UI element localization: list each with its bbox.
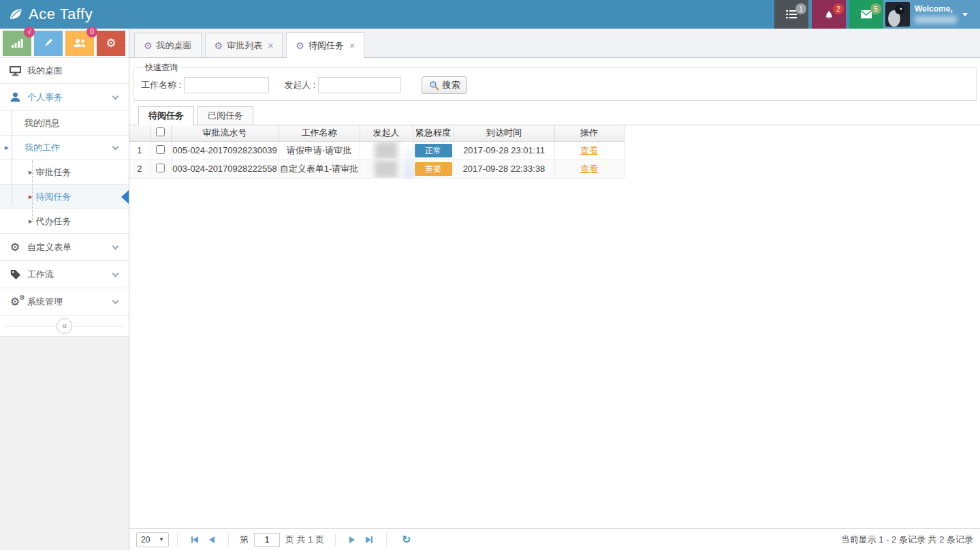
close-icon[interactable]: × — [349, 40, 355, 51]
table-row[interactable]: 1 005-024-20170928230039 请假申请-请审批 正常 201… — [129, 141, 624, 159]
sidebar-item-label: 审批任务 — [36, 166, 72, 179]
tab-my-desktop[interactable]: ⚙ 我的桌面 — [134, 33, 202, 57]
tasks-badge: 1 — [795, 3, 806, 14]
table-header-row: 审批流水号 工作名称 发起人 紧急程度 到达时间 操作 — [129, 125, 624, 141]
last-page-button[interactable] — [366, 536, 373, 543]
select-all-checkbox[interactable] — [156, 127, 165, 136]
subtab-label: 已阅任务 — [208, 110, 243, 121]
sidebar-item-label: 待阅任务 — [36, 191, 72, 203]
urgency-cell: 正常 — [413, 141, 454, 159]
cogs-icon: ⚙ — [106, 37, 116, 49]
column-header-serial[interactable]: 审批流水号 — [171, 125, 279, 141]
sidebar-shortcuts: √ 0 ⚙ — [0, 29, 129, 58]
first-page-button[interactable] — [191, 536, 198, 543]
sidebar-item-my-messages[interactable]: 我的消息 — [0, 111, 129, 136]
monitor-icon — [8, 65, 22, 76]
tab-label: 待阅任务 — [309, 40, 344, 52]
sidebar-collapse-button[interactable]: « — [57, 318, 72, 334]
tasks-button[interactable]: 1 — [774, 0, 808, 29]
window-tabbar: ⚙ 我的桌面 ⚙ 审批列表 × ⚙ 待阅任务 × — [129, 29, 980, 58]
redacted-name — [375, 142, 398, 159]
column-header-actions[interactable]: 操作 — [554, 125, 624, 141]
page-number-input[interactable] — [254, 533, 280, 547]
select-all-header[interactable] — [150, 125, 171, 141]
sidebar-filler — [0, 336, 129, 550]
user-avatar — [885, 2, 910, 27]
active-item-marker — [121, 190, 129, 204]
row-checkbox[interactable] — [156, 145, 165, 154]
sidebar-item-system-management[interactable]: ⚙⚙ 系统管理 — [0, 288, 129, 316]
sidebar-item-todo-tasks[interactable]: ▸ 代办任务 — [0, 209, 129, 234]
search-button[interactable]: 搜索 — [422, 76, 467, 94]
sidebar-item-custom-forms[interactable]: ⚙ 自定义表单 — [0, 234, 129, 261]
prev-page-button[interactable] — [209, 536, 215, 543]
user-icon — [8, 91, 22, 103]
sidebar-item-label: 代办任务 — [36, 215, 72, 228]
gear-icon: ⚙ — [8, 242, 22, 253]
user-texts: Welcome, — [915, 5, 957, 24]
sidebar-item-label: 我的消息 — [25, 117, 60, 129]
serial-cell: 003-024-20170928222558 — [171, 159, 279, 178]
refresh-icon[interactable]: ↻ — [402, 533, 411, 546]
work-name-label: 工作名称 : — [141, 79, 181, 91]
chevron-down-icon — [112, 297, 119, 304]
initiator-label: 发起人 : — [284, 79, 315, 91]
edit-shortcut-button[interactable] — [34, 31, 63, 56]
arrival-time-cell: 2017-09-28 22:33:38 — [454, 159, 554, 178]
notifications-button[interactable]: 2 — [812, 0, 846, 29]
divider — [335, 534, 336, 546]
urgency-badge: 正常 — [415, 144, 452, 157]
sidebar-item-label: 自定义表单 — [27, 241, 72, 254]
column-header-work-name[interactable]: 工作名称 — [279, 125, 360, 141]
close-icon[interactable]: × — [268, 40, 273, 51]
stats-shortcut-button[interactable]: √ — [3, 31, 31, 56]
app-root: Ace Taffy 1 2 — [0, 0, 980, 550]
subtab-already-read[interactable]: 已阅任务 — [197, 106, 253, 125]
view-link[interactable]: 查看 — [580, 145, 598, 155]
chevron-down-icon — [112, 270, 119, 277]
brand-logo[interactable]: Ace Taffy — [0, 5, 93, 23]
next-page-button[interactable] — [349, 536, 355, 543]
tab-pending-read-tasks[interactable]: ⚙ 待阅任务 × — [286, 32, 364, 58]
quick-search-panel: 快速查询 工作名称 : 发起人 : 搜索 — [133, 62, 977, 101]
page-suffix-label: 页 共 1 页 — [285, 534, 324, 546]
users-icon — [73, 37, 86, 48]
sidebar-item-label: 我的工作 — [25, 142, 60, 154]
sidebar-item-my-work[interactable]: ▸ 我的工作 — [0, 136, 129, 160]
row-number: 2 — [129, 159, 150, 178]
sidebar-menu: 我的桌面 个人事务 我的消息 ▸ 我的工作 — [0, 58, 129, 316]
sidebar-item-personal-affairs[interactable]: 个人事务 — [0, 84, 129, 111]
notifications-badge: 2 — [833, 3, 844, 14]
sidebar-item-approval-tasks[interactable]: ▸ 审批任务 — [0, 160, 129, 185]
column-header-initiator[interactable]: 发起人 — [360, 125, 413, 141]
settings-shortcut-button[interactable]: ⚙ — [97, 31, 125, 56]
page-prefix-label: 第 — [240, 534, 249, 546]
subtab-pending-read[interactable]: 待阅任务 — [138, 106, 194, 125]
tab-gear-icon: ⚙ — [296, 41, 304, 50]
arrival-time-cell: 2017-09-28 23:01:11 — [454, 141, 554, 159]
initiator-cell — [360, 159, 413, 178]
chevron-down-icon — [112, 143, 119, 150]
users-shortcut-button[interactable]: 0 — [65, 31, 94, 56]
pencil-icon — [42, 37, 54, 49]
tab-gear-icon: ⚙ — [215, 41, 223, 50]
user-menu[interactable]: Welcome, — [883, 0, 980, 29]
initiator-input[interactable] — [318, 77, 401, 93]
username-redacted — [915, 16, 957, 24]
column-header-arrival-time[interactable]: 到达时间 — [454, 125, 554, 141]
messages-button[interactable]: 5 — [849, 0, 883, 29]
table-row[interactable]: 2 003-024-20170928222558 自定义表单1-请审批 重要 2… — [129, 159, 624, 178]
tab-gear-icon: ⚙ — [144, 41, 153, 50]
work-name-input[interactable] — [184, 77, 269, 93]
page-size-select[interactable]: 20 ▼ — [136, 532, 169, 547]
tab-approval-list[interactable]: ⚙ 审批列表 × — [205, 33, 283, 57]
chevron-down-icon — [112, 93, 119, 100]
row-number: 1 — [129, 141, 150, 159]
sidebar-item-my-desktop[interactable]: 我的桌面 — [0, 58, 129, 84]
work-name-cell: 自定义表单1-请审批 — [279, 159, 360, 178]
sidebar-item-workflow[interactable]: 工作流 — [0, 261, 129, 288]
view-link[interactable]: 查看 — [580, 164, 598, 174]
column-header-urgency[interactable]: 紧急程度 — [413, 125, 454, 141]
row-checkbox[interactable] — [156, 164, 165, 172]
sidebar-item-pending-read-tasks[interactable]: ▸ 待阅任务 — [0, 185, 129, 209]
